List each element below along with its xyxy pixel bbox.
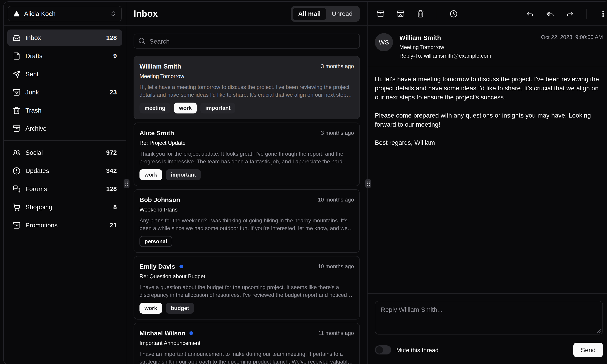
mail-app: Alicia Koch Inbox128Drafts9SentJunk23Tra…	[0, 0, 607, 364]
sidebar-item-updates[interactable]: Updates342	[7, 162, 122, 179]
send-button[interactable]: Send	[574, 343, 603, 357]
mail-filter-tabs: All mailUnread	[291, 6, 360, 22]
sidebar-item-junk[interactable]: Junk23	[7, 84, 122, 100]
sidebar-item-shopping[interactable]: Shopping8	[7, 199, 122, 215]
sidebar-item-forums[interactable]: Forums128	[7, 181, 122, 197]
email-subject: Weekend Plans	[139, 206, 354, 213]
inbox-icon	[13, 34, 20, 41]
email-sender: William Smith	[139, 62, 181, 71]
sidebar-item-drafts[interactable]: Drafts9	[7, 48, 122, 64]
email-subject: Meeting Tomorrow	[139, 73, 354, 80]
clock-icon	[450, 10, 457, 17]
toolbar-left-group	[372, 5, 462, 22]
email-list-item[interactable]: Alice Smith3 months agoRe: Project Updat…	[134, 123, 360, 186]
email-header-row: Alice Smith3 months ago	[139, 129, 354, 138]
label-badge-meeting[interactable]: meeting	[139, 103, 170, 114]
search-icon	[138, 37, 145, 44]
email-sender: Alice Smith	[139, 129, 174, 138]
toggle-knob	[376, 346, 383, 353]
forward-icon	[566, 10, 574, 17]
message-body: Hi, let's have a meeting tomorrow to dis…	[368, 67, 607, 293]
email-list-item[interactable]: William Smith3 months agoMeeting Tomorro…	[134, 56, 360, 119]
message-date: Oct 22, 2023, 9:00:00 AM	[541, 33, 603, 40]
label-badge-work[interactable]: work	[174, 103, 197, 114]
label-badge-important[interactable]: important	[200, 103, 235, 114]
mute-thread-toggle[interactable]	[375, 345, 391, 354]
sidebar-item-count: 23	[110, 89, 117, 96]
reply-button[interactable]	[522, 5, 538, 22]
sidebar-item-social[interactable]: Social972	[7, 144, 122, 161]
triangle-logo-icon	[13, 10, 20, 17]
avatar: WS	[375, 33, 393, 51]
tab-unread[interactable]: Unread	[326, 8, 358, 20]
sidebar-item-label: Forums	[26, 185, 47, 193]
label-badge-personal[interactable]: personal	[139, 236, 172, 247]
sidebar-item-archive[interactable]: Archive	[7, 120, 122, 137]
account-switcher[interactable]: Alicia Koch	[8, 6, 122, 21]
email-snippet: Any plans for the weekend? I was thinkin…	[139, 217, 354, 232]
sidebar-item-promotions[interactable]: Promotions21	[7, 217, 122, 233]
email-list-item[interactable]: Emily Davis10 months agoRe: Question abo…	[134, 256, 360, 320]
sidebar-item-inbox[interactable]: Inbox128	[7, 29, 122, 46]
email-header-row: William Smith3 months ago	[139, 62, 354, 71]
label-badge-budget[interactable]: budget	[166, 303, 194, 314]
trash-icon	[13, 106, 20, 114]
label-badge-work[interactable]: work	[139, 303, 162, 314]
account-row: Alicia Koch	[4, 2, 126, 26]
mute-thread-label: Mute this thread	[396, 347, 439, 353]
account-name: Alicia Koch	[24, 10, 56, 17]
clock-button[interactable]	[445, 5, 462, 22]
reply-textarea[interactable]	[375, 301, 603, 335]
toolbar-separator	[437, 9, 437, 19]
shopping-cart-icon	[13, 203, 20, 211]
sidebar-item-count: 972	[106, 149, 117, 156]
detail-toolbar	[368, 2, 607, 26]
reply-all-icon	[546, 10, 554, 17]
label-badge-work[interactable]: work	[139, 169, 162, 180]
alert-circle-icon	[13, 167, 20, 174]
reply-all-button[interactable]	[542, 5, 558, 22]
page-title: Inbox	[134, 8, 158, 19]
email-list: William Smith3 months agoMeeting Tomorro…	[126, 56, 367, 364]
sidebar-nav-secondary: Social972Updates342Forums128Shopping8Pro…	[4, 141, 126, 237]
email-header-row: Bob Johnson10 months ago	[139, 195, 354, 204]
sidebar-item-label: Archive	[26, 125, 47, 132]
sender-header: WS William Smith Meeting Tomorrow Reply-…	[368, 26, 607, 67]
email-subject: Re: Project Update	[139, 139, 354, 147]
archive-icon	[376, 10, 384, 17]
archive-icon	[13, 221, 20, 229]
sidebar-item-count: 9	[113, 52, 117, 59]
trash-button[interactable]	[412, 5, 428, 22]
toolbar-separator	[586, 9, 587, 19]
mail-detail-pane: WS William Smith Meeting Tomorrow Reply-…	[368, 2, 607, 364]
sidebar-item-label: Sent	[26, 70, 39, 78]
more-vertical-button[interactable]	[595, 5, 607, 22]
label-badge-important[interactable]: important	[166, 169, 201, 180]
app-window: Alicia Koch Inbox128Drafts9SentJunk23Tra…	[3, 1, 607, 364]
send-icon	[13, 70, 20, 78]
grip-dots-icon	[367, 181, 370, 186]
toolbar-right-group	[522, 5, 607, 22]
sidebar-item-label: Shopping	[26, 203, 52, 211]
panel-resize-handle-right[interactable]	[365, 179, 371, 188]
sidebar-item-sent[interactable]: Sent	[7, 66, 122, 82]
email-header-row: Michael Wilson11 months ago	[139, 329, 354, 338]
archive-x-button[interactable]	[392, 5, 408, 22]
sidebar-item-trash[interactable]: Trash	[7, 102, 122, 118]
sidebar-item-label: Trash	[26, 107, 41, 114]
email-list-item[interactable]: Bob Johnson10 months agoWeekend PlansAny…	[134, 189, 360, 253]
panel-resize-handle-left[interactable]	[124, 179, 129, 188]
email-list-item[interactable]: Michael Wilson11 months agoImportant Ann…	[134, 323, 360, 364]
sidebar-item-count: 128	[106, 185, 117, 193]
search-input[interactable]	[134, 34, 360, 49]
unread-dot-icon	[190, 331, 193, 335]
chevrons-up-down-icon	[110, 11, 116, 17]
reply-textarea-wrap	[375, 301, 603, 336]
forward-button[interactable]	[562, 5, 578, 22]
more-vertical-icon	[599, 10, 607, 17]
email-sender: Emily Davis	[139, 262, 175, 271]
archive-button[interactable]	[372, 5, 388, 22]
sidebar-item-label: Social	[26, 149, 43, 156]
email-time: 3 months ago	[321, 130, 354, 136]
tab-all-mail[interactable]: All mail	[293, 8, 326, 20]
